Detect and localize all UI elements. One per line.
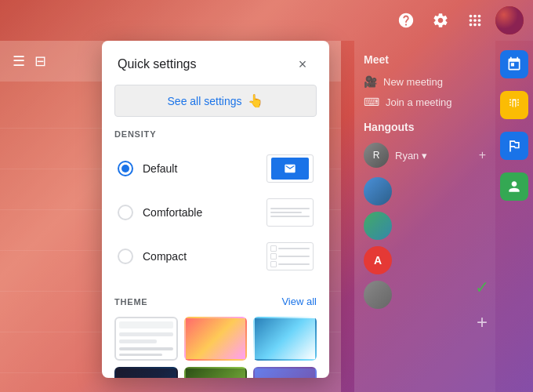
theme-default-item[interactable] <box>114 317 178 361</box>
meet-section: Meet 🎥 New meeting ⌨ Join a meeting <box>364 53 486 108</box>
density-default-option[interactable]: Default <box>114 148 317 189</box>
top-header <box>0 0 533 41</box>
density-default-preview <box>266 154 314 183</box>
settings-icon[interactable] <box>426 6 455 34</box>
density-comfortable-option[interactable]: Comfortable <box>114 192 317 233</box>
hangouts-title: Hangouts <box>364 121 486 133</box>
see-all-settings-button[interactable]: See all settings 👆 <box>114 85 317 117</box>
density-default-radio-fill <box>121 165 129 172</box>
quick-settings-header: Quick settings × <box>102 41 329 85</box>
cursor-pointer-icon: 👆 <box>248 93 263 108</box>
quick-settings-panel: Quick settings × See all settings 👆 DENS… <box>102 41 329 378</box>
hangout-avatar-3[interactable]: A <box>364 246 392 274</box>
density-compact-preview <box>266 242 314 270</box>
check-indicator: ✓ <box>475 278 489 298</box>
density-comfortable-label: Comfortable <box>143 206 257 219</box>
right-panel: Meet 🎥 New meeting ⌨ Join a meeting Hang… <box>354 41 495 392</box>
svg-point-1 <box>495 6 524 34</box>
theme-view-all-link[interactable]: View all <box>281 296 317 307</box>
density-default-radio[interactable] <box>118 161 133 176</box>
quick-settings-title: Quick settings <box>118 57 196 71</box>
quick-settings-body: DENSITY Default Comfort <box>102 129 329 378</box>
join-meeting-label: Join a meeting <box>386 96 452 108</box>
ryan-name: Ryan ▾ <box>395 150 427 162</box>
density-compact-radio[interactable] <box>118 249 133 264</box>
density-default-label: Default <box>143 162 257 175</box>
help-icon[interactable] <box>392 6 420 34</box>
theme-grid <box>114 317 317 378</box>
hangouts-section: Hangouts R Ryan ▾ + A <box>364 121 486 309</box>
hangout-avatar-4[interactable] <box>364 281 392 309</box>
apps-icon[interactable] <box>461 6 489 34</box>
density-options: Default Comfortable <box>114 148 317 277</box>
keyboard-icon: ⌨ <box>364 96 379 108</box>
theme-forest-item[interactable] <box>184 367 248 378</box>
theme-section-header: THEME View all <box>114 296 317 307</box>
calendar-icon-button[interactable] <box>500 50 528 78</box>
contacts-icon-button[interactable] <box>500 172 528 201</box>
keep-icon-button[interactable] <box>500 91 528 119</box>
menu-icon[interactable]: ☰ <box>13 53 25 70</box>
quick-settings-close-button[interactable]: × <box>292 53 314 75</box>
density-compact-label: Compact <box>143 250 257 263</box>
user-avatar[interactable] <box>495 6 524 34</box>
join-meeting-item[interactable]: ⌨ Join a meeting <box>364 96 486 108</box>
add-hangout-icon[interactable]: + <box>479 148 486 162</box>
density-compact-option[interactable]: Compact <box>114 236 317 277</box>
theme-sunset-item[interactable] <box>184 317 248 361</box>
hangout-user-ryan[interactable]: R Ryan ▾ + <box>364 143 486 168</box>
new-meeting-label: New meeting <box>383 76 443 88</box>
theme-mountain-item[interactable] <box>253 367 317 378</box>
hangout-avatar-1[interactable] <box>364 177 392 205</box>
meet-title: Meet <box>364 53 486 66</box>
theme-dark-item[interactable] <box>114 367 178 378</box>
new-meeting-item[interactable]: 🎥 New meeting <box>364 75 486 88</box>
theme-section-label: THEME <box>114 297 148 307</box>
theme-ocean-item[interactable] <box>253 317 317 361</box>
see-all-settings-label: See all settings <box>168 95 242 107</box>
add-contact-button[interactable]: + <box>477 311 488 333</box>
density-comfortable-radio[interactable] <box>118 205 133 220</box>
tasks-icon-button[interactable] <box>500 132 528 160</box>
density-comfortable-preview <box>266 198 314 227</box>
checkbox-icon[interactable]: ⊟ <box>34 53 46 70</box>
video-icon: 🎥 <box>364 75 377 88</box>
hangout-avatar-2[interactable] <box>364 212 392 240</box>
hangout-avatars: A <box>364 177 486 309</box>
right-icon-strip <box>495 41 533 392</box>
density-section-label: DENSITY <box>114 129 317 139</box>
ryan-avatar: R <box>364 143 389 168</box>
